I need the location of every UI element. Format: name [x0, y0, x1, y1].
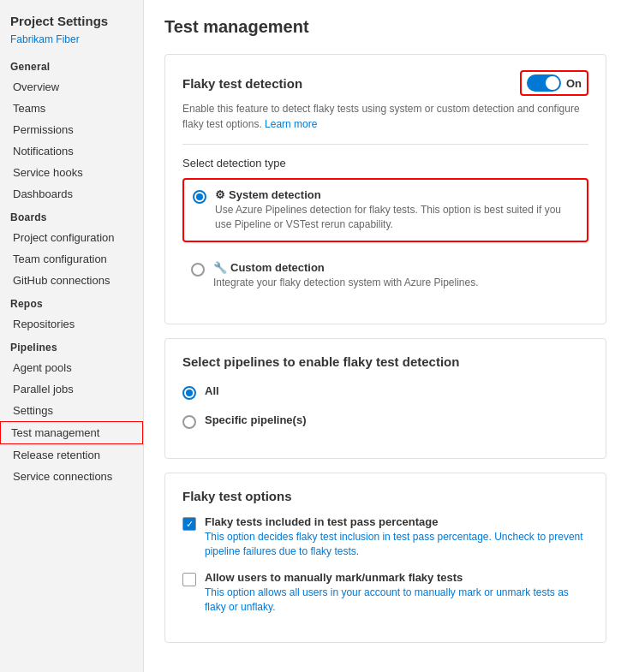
sidebar: Project Settings Fabrikam Fiber General … — [0, 0, 144, 672]
flaky-toggle-container[interactable]: On — [520, 70, 588, 96]
custom-detection-radio[interactable] — [191, 263, 205, 277]
sidebar-section-repos: Repos Repositories — [0, 291, 143, 335]
sidebar-item-parallel-jobs[interactable]: Parallel jobs — [0, 378, 143, 400]
allow-manual-content: Allow users to manually mark/unmark flak… — [205, 571, 588, 615]
learn-more-link[interactable]: Learn more — [265, 118, 317, 130]
flaky-options-card: Flaky test options ✓ Flaky tests include… — [164, 473, 606, 642]
flaky-desc-text: Enable this feature to detect flaky test… — [182, 103, 580, 130]
sidebar-item-team-configuration[interactable]: Team configuration — [0, 248, 143, 270]
sidebar-section-general: General Overview Teams Permissions Notif… — [0, 54, 143, 205]
allow-manual-option[interactable]: Allow users to manually mark/unmark flak… — [182, 571, 588, 615]
all-pipelines-option[interactable]: All — [182, 381, 588, 403]
divider-1 — [182, 144, 588, 145]
custom-detection-desc: Integrate your flaky detection system wi… — [213, 276, 580, 290]
sidebar-item-project-configuration[interactable]: Project configuration — [0, 227, 143, 248]
flaky-toggle-switch[interactable] — [527, 74, 561, 92]
sidebar-section-label-general: General — [0, 54, 143, 76]
sidebar-item-test-management[interactable]: Test management — [0, 421, 143, 444]
sidebar-section-boards: Boards Project configuration Team config… — [0, 205, 143, 291]
flaky-detection-description: Enable this feature to detect flaky test… — [182, 101, 588, 132]
system-detection-content: ⚙ System detection Use Azure Pipelines d… — [215, 188, 578, 232]
select-pipelines-card: Select pipelines to enable flaky test de… — [164, 338, 606, 459]
specific-pipelines-option[interactable]: Specific pipeline(s) — [182, 410, 588, 432]
sidebar-item-settings[interactable]: Settings — [0, 400, 143, 421]
flaky-options-title: Flaky test options — [182, 489, 588, 503]
flaky-checkboxes: ✓ Flaky tests included in test pass perc… — [182, 515, 588, 614]
include-pass-checkbox[interactable]: ✓ — [182, 517, 196, 531]
allow-manual-title: Allow users to manually mark/unmark flak… — [205, 571, 588, 584]
sidebar-item-dashboards[interactable]: Dashboards — [0, 183, 143, 205]
sidebar-item-service-connections[interactable]: Service connections — [0, 466, 143, 487]
sidebar-org[interactable]: Fabrikam Fiber — [0, 32, 143, 54]
sidebar-section-label-pipelines: Pipelines — [0, 335, 143, 357]
include-pass-desc: This option decides flaky test inclusion… — [205, 530, 588, 559]
sidebar-section-label-boards: Boards — [0, 205, 143, 227]
pipeline-options: All Specific pipeline(s) — [182, 381, 588, 432]
all-pipelines-content: All — [205, 384, 588, 397]
custom-detection-option[interactable]: 🔧 Custom detection Integrate your flaky … — [182, 253, 588, 299]
sidebar-item-permissions[interactable]: Permissions — [0, 119, 143, 140]
sidebar-title: Project Settings — [0, 9, 143, 32]
sidebar-item-release-retention[interactable]: Release retention — [0, 444, 143, 466]
sidebar-item-overview[interactable]: Overview — [0, 76, 143, 98]
system-detection-icon: ⚙ — [215, 188, 225, 201]
sidebar-item-notifications[interactable]: Notifications — [0, 140, 143, 162]
toggle-track — [527, 74, 561, 92]
specific-pipelines-content: Specific pipeline(s) — [205, 413, 588, 426]
flaky-detection-header: Flaky test detection On — [182, 70, 588, 96]
custom-detection-title: 🔧 Custom detection — [213, 261, 580, 274]
specific-pipelines-radio[interactable] — [182, 415, 196, 429]
toggle-thumb — [546, 76, 559, 90]
specific-pipelines-label: Specific pipeline(s) — [205, 413, 588, 426]
detection-type-label: Select detection type — [182, 157, 588, 169]
include-pass-option[interactable]: ✓ Flaky tests included in test pass perc… — [182, 515, 588, 559]
flaky-detection-title: Flaky test detection — [182, 76, 302, 91]
custom-detection-icon: 🔧 — [213, 261, 227, 274]
include-pass-content: Flaky tests included in test pass percen… — [205, 515, 588, 559]
sidebar-item-repositories[interactable]: Repositories — [0, 313, 143, 335]
flaky-detection-card: Flaky test detection On Enable this feat… — [164, 54, 606, 324]
main-content: Test management Flaky test detection On … — [144, 0, 627, 672]
sidebar-item-github-connections[interactable]: GitHub connections — [0, 270, 143, 291]
sidebar-section-pipelines: Pipelines Agent pools Parallel jobs Sett… — [0, 335, 143, 487]
include-pass-title: Flaky tests included in test pass percen… — [205, 515, 588, 528]
check-mark: ✓ — [186, 519, 194, 530]
system-detection-title: ⚙ System detection — [215, 188, 578, 201]
toggle-label: On — [566, 77, 582, 90]
system-detection-radio[interactable] — [193, 190, 206, 204]
select-pipelines-title: Select pipelines to enable flaky test de… — [182, 354, 588, 369]
allow-manual-checkbox[interactable] — [182, 573, 196, 586]
custom-detection-content: 🔧 Custom detection Integrate your flaky … — [213, 261, 580, 290]
sidebar-item-teams[interactable]: Teams — [0, 98, 143, 119]
all-pipelines-label: All — [205, 384, 588, 397]
sidebar-item-service-hooks[interactable]: Service hooks — [0, 162, 143, 183]
page-title: Test management — [164, 17, 606, 37]
allow-manual-desc: This option allows all users in your acc… — [205, 586, 588, 615]
all-pipelines-radio[interactable] — [182, 386, 196, 400]
system-detection-desc: Use Azure Pipelines detection for flaky … — [215, 203, 578, 232]
sidebar-section-label-repos: Repos — [0, 291, 143, 313]
system-detection-option[interactable]: ⚙ System detection Use Azure Pipelines d… — [182, 178, 588, 242]
sidebar-item-agent-pools[interactable]: Agent pools — [0, 357, 143, 378]
